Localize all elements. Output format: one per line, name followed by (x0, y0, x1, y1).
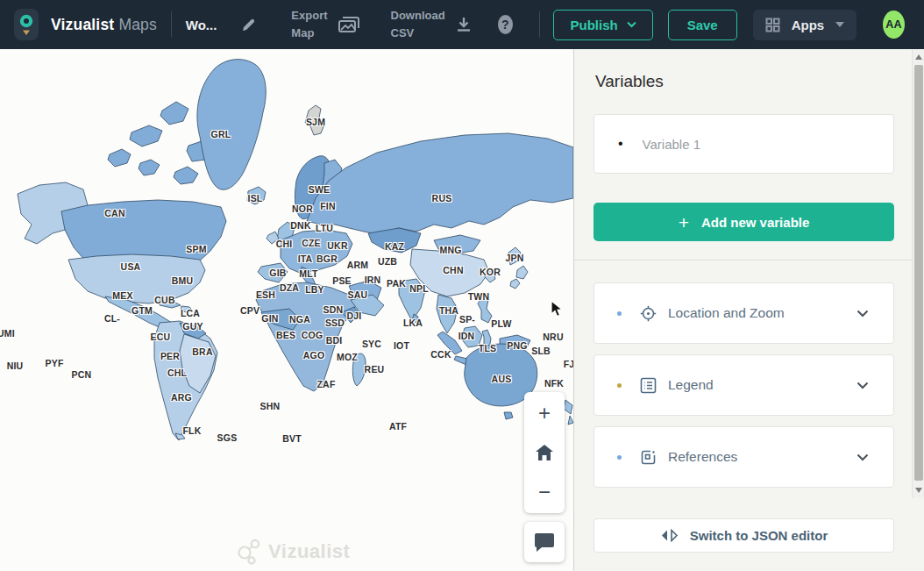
divider (539, 11, 540, 38)
apps-label: Apps (792, 18, 825, 32)
divider (574, 260, 913, 261)
zoom-home-button[interactable] (524, 435, 565, 470)
country-label: SLB (531, 346, 551, 356)
country-label: PNG (507, 340, 527, 351)
section-references[interactable]: References (593, 426, 894, 488)
watermark-text: Vizualist (268, 540, 350, 563)
country-label: ESH (256, 289, 275, 300)
country-label: UZB (378, 256, 397, 267)
country-label: JPN (505, 253, 523, 263)
country-label: COG (302, 330, 323, 340)
country-label: SSD (325, 318, 345, 328)
country-label: DNK (290, 220, 310, 231)
user-avatar[interactable]: AA (883, 11, 905, 39)
country-label: PER (160, 351, 180, 361)
country-label: NOR (292, 203, 313, 214)
download-csv-icon-wrap[interactable] (454, 15, 473, 34)
scroll-up-icon[interactable] (915, 54, 922, 60)
save-label: Save (687, 18, 718, 32)
settings-sidebar: Variables • Variable 1 + Add new variabl… (573, 49, 912, 571)
country-label: CCK (430, 349, 451, 360)
country-label: MLT (299, 268, 317, 279)
image-export-icon (337, 14, 361, 35)
country-label: NRU (543, 332, 563, 342)
country-label: ISL (248, 193, 263, 203)
country-label: GUY (182, 321, 203, 332)
country-label: AUS (492, 374, 512, 384)
edit-title-button[interactable] (241, 18, 256, 32)
apps-button[interactable]: Apps (753, 10, 857, 40)
country-label: LBY (305, 284, 324, 295)
section-label: Location and Zoom (668, 305, 785, 321)
country-label: KOR (480, 267, 501, 277)
country-label: MNG (439, 245, 461, 255)
feedback-chat-button[interactable] (524, 522, 565, 562)
publish-button[interactable]: Publish (553, 10, 652, 40)
switch-to-json-editor-button[interactable]: Switch to JSON editor (593, 518, 894, 553)
country-label: PLW (491, 318, 511, 329)
country-label: CHN (443, 265, 463, 275)
country-label: ZAF (316, 379, 335, 389)
country-label: ARG (171, 392, 192, 403)
download-csv-button[interactable]: Download CSV (391, 7, 445, 42)
divider (171, 11, 172, 38)
code-toggle-icon (660, 529, 679, 542)
country-label: SDN (323, 304, 344, 315)
country-label: FIN (320, 201, 336, 211)
scroll-down-icon[interactable] (915, 488, 922, 493)
chevron-down-icon[interactable] (856, 310, 869, 318)
country-label: CL- (104, 313, 120, 324)
country-label: BDI (326, 335, 343, 346)
map-canvas[interactable]: GRLSJMISLSWENORFINDNKLTUCHICZEUKRITABGRA… (0, 49, 573, 571)
top-navbar: VizualistMaps Wo... Export Map Download … (0, 0, 924, 49)
country-label: IOT (394, 340, 409, 351)
export-map-icon[interactable] (337, 14, 361, 35)
country-label: CUB (154, 295, 174, 305)
brand-suffix: Maps (118, 16, 157, 33)
section-location-and-zoom[interactable]: Location and Zoom (593, 282, 894, 344)
country-label: TWN (468, 291, 490, 302)
brand: VizualistMaps (51, 16, 157, 34)
country-label: CPV (240, 305, 259, 316)
scrollbar-track[interactable] (912, 49, 924, 498)
variable-item[interactable]: • Variable 1 (593, 114, 894, 174)
chevron-down-icon[interactable] (856, 453, 869, 461)
chevron-down-icon[interactable] (856, 382, 869, 389)
download-csv-line2: CSV (391, 25, 445, 42)
country-label: MEX (112, 290, 132, 301)
zoom-in-button[interactable]: + (524, 396, 565, 431)
country-label: BVT (282, 433, 302, 444)
country-label: NGA (289, 314, 310, 325)
status-dot (617, 455, 622, 460)
plus-icon: + (679, 213, 689, 232)
publish-label: Publish (570, 18, 617, 32)
country-label: DZA (280, 282, 299, 293)
caret-down-icon (835, 22, 844, 27)
help-glyph: ? (501, 18, 509, 32)
country-label: LTU (316, 223, 333, 233)
country-label: ECU (151, 332, 171, 342)
help-button[interactable]: ? (498, 15, 513, 34)
add-new-variable-button[interactable]: + Add new variable (593, 203, 894, 241)
world-map (0, 49, 573, 571)
export-map-button[interactable]: Export Map (291, 7, 327, 42)
section-legend[interactable]: Legend (593, 354, 894, 416)
apps-grid-icon (765, 18, 780, 32)
app-logo[interactable] (14, 9, 39, 40)
country-label: IDN (458, 331, 475, 341)
zoom-out-button[interactable]: − (524, 475, 565, 510)
map-zoom-controls: + − (524, 392, 565, 513)
variable-label: Variable 1 (643, 137, 700, 152)
country-label: GRL (211, 129, 231, 139)
brand-name: Vizualist (51, 16, 114, 33)
target-icon (640, 305, 657, 322)
country-label: MOZ (337, 352, 358, 362)
save-button[interactable]: Save (668, 10, 737, 40)
country-label: CHI (276, 239, 293, 249)
scrollbar-thumb[interactable] (914, 65, 923, 481)
document-title[interactable]: Wo... (186, 18, 217, 32)
country-label: RUS (432, 193, 452, 203)
sidebar-scrollbar[interactable] (912, 49, 924, 571)
country-label: UKR (327, 240, 347, 251)
legend-list-icon (640, 377, 657, 394)
